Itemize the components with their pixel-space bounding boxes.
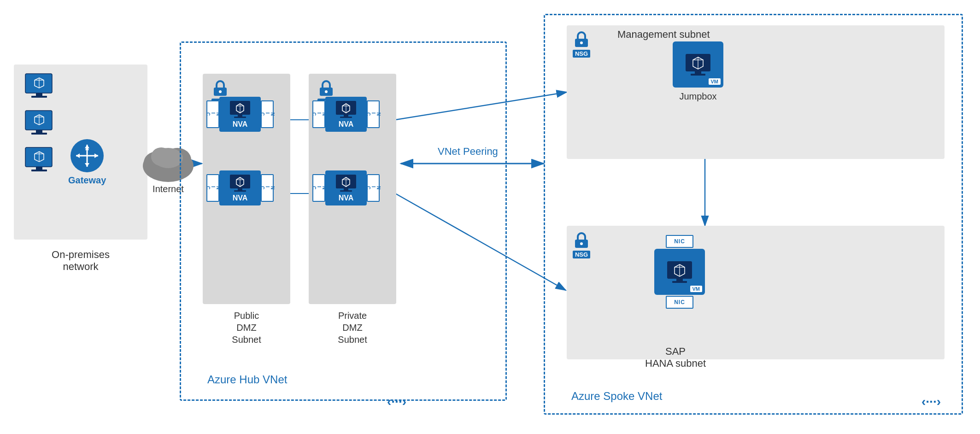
- svg-point-79: [580, 242, 583, 245]
- diagram-container: Gateway On-premises network Internet Azu…: [0, 0, 980, 434]
- public-dmz-nva-top-label: NVA: [233, 120, 248, 129]
- svg-point-41: [151, 147, 171, 166]
- svg-point-71: [580, 41, 583, 44]
- sap-vm-nic-top: NIC: [666, 235, 693, 248]
- public-dmz-nva-top: NIC NVA NIC: [206, 97, 274, 132]
- sap-vm: NIC VM NIC: [654, 235, 705, 309]
- mgmt-subnet-nsg: NSG: [571, 29, 592, 58]
- svg-rect-46: [234, 117, 246, 118]
- sap-vm-badge: VM: [690, 286, 703, 292]
- onprem-monitors: [23, 71, 55, 173]
- private-dmz-nva-top-monitor-icon: [334, 100, 358, 118]
- svg-rect-12: [36, 93, 42, 96]
- public-dmz-nva-bottom-label: NVA: [233, 194, 248, 202]
- spoke-vnet-ellipsis: ‹···›: [921, 394, 941, 409]
- private-dmz-nva-bottom-label: NVA: [339, 194, 354, 202]
- svg-point-43: [219, 90, 222, 93]
- private-dmz-nva-top: NIC NVA NIC: [312, 97, 380, 132]
- public-dmz-nva-top-nic-right: NIC: [261, 100, 274, 128]
- mgmt-subnet-label: Management subnet: [617, 29, 710, 41]
- sap-vm-screen: VM: [654, 249, 705, 295]
- sap-nsg-text: NSG: [573, 251, 590, 258]
- spoke-vnet-label: Azure Spoke VNet: [571, 390, 662, 403]
- gateway-node: Gateway: [68, 138, 106, 186]
- private-dmz-nva-top-nic-right: NIC: [367, 100, 380, 128]
- public-dmz-nva-bottom-screen: NVA: [219, 170, 261, 205]
- gateway-label: Gateway: [68, 175, 106, 186]
- private-dmz-nva-bottom-nic-left: NIC: [312, 174, 325, 202]
- sap-nsg-lock-icon: [571, 229, 592, 250]
- svg-rect-19: [31, 133, 47, 135]
- monitor-icon-2: [23, 108, 55, 136]
- public-dmz-nva-top-nic-left: NIC: [206, 100, 219, 128]
- private-dmz-nsg-lock-icon: [316, 77, 336, 98]
- svg-rect-13: [31, 96, 47, 98]
- svg-rect-60: [340, 117, 352, 118]
- mgmt-nsg-lock-icon: [571, 29, 592, 49]
- svg-rect-59: [344, 115, 348, 117]
- svg-rect-18: [36, 130, 42, 133]
- jumpbox-vm: VM Jumpbox: [673, 41, 723, 102]
- sap-subnet-nsg: NSG: [571, 229, 592, 258]
- hub-vnet-label: Azure Hub VNet: [207, 373, 287, 386]
- svg-rect-73: [695, 71, 701, 74]
- private-dmz-nva-top-screen: NVA: [325, 97, 367, 132]
- private-dmz-nva-bottom-screen: NVA: [325, 170, 367, 205]
- gateway-icon: [70, 138, 105, 173]
- svg-rect-81: [676, 279, 683, 281]
- svg-rect-11: [25, 74, 52, 93]
- public-dmz-nva-bottom-nic-right: NIC: [261, 174, 274, 202]
- mgmt-subnet-box: [567, 25, 945, 159]
- svg-rect-24: [36, 167, 42, 170]
- public-dmz-nva-bottom-nic-left: NIC: [206, 174, 219, 202]
- private-dmz-nva-top-label: NVA: [339, 120, 354, 129]
- monitor-icon-1: [23, 71, 55, 99]
- svg-rect-66: [340, 190, 352, 192]
- svg-rect-23: [25, 147, 52, 167]
- public-dmz-nva-bottom-monitor-icon: [229, 174, 252, 192]
- public-dmz-nva-bottom: NIC NVA NIC: [206, 170, 274, 205]
- public-dmz-nsg-lock-icon: [210, 77, 230, 98]
- svg-rect-65: [344, 188, 348, 190]
- hub-vnet-ellipsis: ‹···›: [387, 394, 406, 409]
- svg-rect-45: [238, 115, 242, 117]
- svg-rect-74: [691, 74, 705, 76]
- svg-rect-25: [31, 170, 47, 171]
- svg-point-57: [325, 90, 328, 93]
- on-premises-label: On-premises network: [14, 249, 147, 273]
- svg-rect-17: [25, 111, 52, 130]
- svg-rect-52: [234, 190, 246, 192]
- private-dmz-label: Private DMZ Subnet: [309, 310, 396, 346]
- sap-subnet-label: SAP HANA subnet: [645, 346, 706, 369]
- vnet-peering-label: VNet Peering: [438, 146, 498, 158]
- sap-subnet-box: [567, 226, 945, 359]
- jumpbox-vm-label: Jumpbox: [679, 91, 716, 102]
- jumpbox-vm-badge: VM: [709, 78, 721, 85]
- jumpbox-vm-screen: VM: [673, 41, 723, 88]
- public-dmz-nva-top-monitor-icon: [229, 100, 252, 118]
- public-dmz-label: Public DMZ Subnet: [203, 310, 290, 346]
- sap-vm-monitor-icon: [666, 260, 693, 283]
- private-dmz-nva-top-nic-left: NIC: [312, 100, 325, 128]
- jumpbox-vm-monitor-icon: [684, 53, 712, 76]
- mgmt-nsg-text: NSG: [573, 50, 590, 58]
- private-dmz-nva-bottom-nic-right: NIC: [367, 174, 380, 202]
- private-dmz-nva-bottom: NIC NVA NIC: [312, 170, 380, 205]
- sap-vm-nic-bottom: NIC: [666, 296, 693, 309]
- svg-rect-51: [238, 188, 242, 190]
- private-dmz-nva-bottom-monitor-icon: [334, 174, 358, 192]
- monitor-icon-3: [23, 145, 55, 173]
- svg-rect-82: [672, 281, 687, 283]
- public-dmz-nva-top-screen: NVA: [219, 97, 261, 132]
